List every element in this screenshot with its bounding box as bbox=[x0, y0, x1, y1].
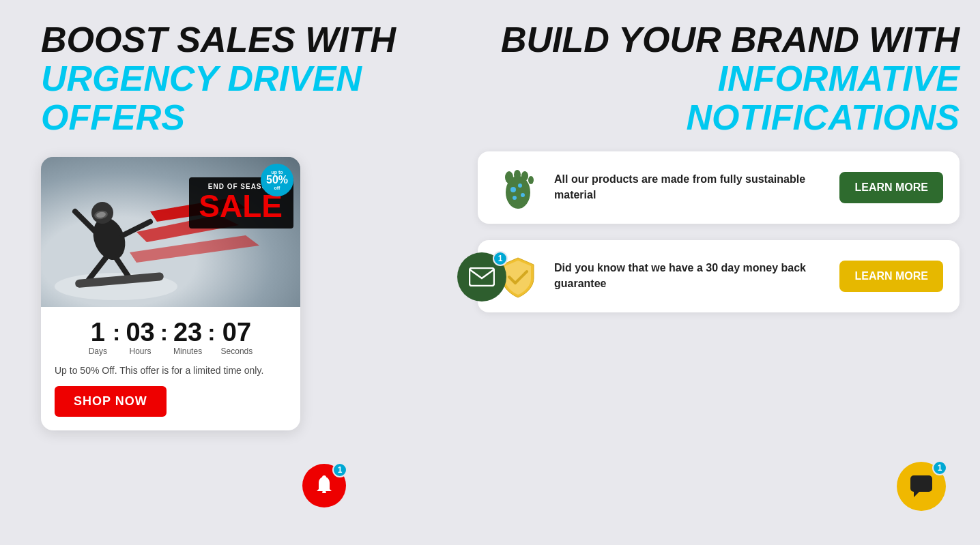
chat-badge-count: 1 bbox=[932, 460, 947, 475]
right-headline: BUILD YOUR BRAND WITH INFORMATIVE NOTIFI… bbox=[478, 20, 960, 138]
sustainable-card: All our products are made from fully sus… bbox=[478, 151, 960, 224]
seconds-value: 07 bbox=[222, 319, 251, 345]
chat-notification[interactable]: 1 bbox=[897, 462, 946, 511]
svg-point-21 bbox=[518, 183, 522, 188]
chat-circle: 1 bbox=[897, 462, 946, 511]
svg-marker-26 bbox=[914, 492, 919, 497]
shop-now-button[interactable]: SHOP NOW bbox=[55, 386, 167, 417]
sustainable-text: All our products are made from fully sus… bbox=[554, 172, 827, 203]
left-section: BOOST SALES WITH URGENCY DRIVEN OFFERS bbox=[41, 20, 423, 430]
svg-point-23 bbox=[513, 196, 517, 200]
badge-pct: 50% bbox=[266, 175, 288, 186]
email-notification[interactable]: 1 bbox=[457, 252, 506, 301]
countdown-days: 1 Days bbox=[89, 319, 107, 356]
discount-badge: up to 50% off bbox=[261, 164, 293, 196]
hours-label: Hours bbox=[130, 347, 152, 356]
bell-notification[interactable]: 1 bbox=[302, 464, 346, 507]
separator-2: : bbox=[160, 319, 168, 346]
offer-text: Up to 50% Off. This offer is for a limit… bbox=[41, 364, 300, 386]
sale-image: END OF SEASON SALE up to 50% off bbox=[41, 157, 300, 307]
footprint-icon bbox=[494, 164, 542, 211]
svg-rect-24 bbox=[470, 268, 494, 286]
svg-point-17 bbox=[514, 170, 521, 179]
days-value: 1 bbox=[91, 319, 105, 345]
minutes-value: 23 bbox=[173, 319, 202, 345]
badge-off: off bbox=[274, 186, 280, 190]
svg-point-16 bbox=[505, 171, 513, 183]
days-label: Days bbox=[89, 347, 107, 356]
svg-point-20 bbox=[510, 187, 516, 192]
bell-badge-count: 1 bbox=[332, 462, 347, 477]
svg-point-22 bbox=[521, 193, 525, 197]
learn-more-button-1[interactable]: LEARN MORE bbox=[839, 172, 943, 203]
countdown: 1 Days : 03 Hours : 23 Minutes : 07 Seco… bbox=[41, 307, 300, 364]
hours-value: 03 bbox=[126, 319, 154, 345]
svg-rect-25 bbox=[910, 475, 932, 492]
learn-more-button-2[interactable]: LEARN MORE bbox=[839, 261, 943, 292]
separator-1: : bbox=[113, 319, 120, 346]
countdown-seconds: 07 Seconds bbox=[221, 319, 253, 356]
seconds-label: Seconds bbox=[221, 347, 253, 356]
chat-icon bbox=[908, 473, 934, 499]
money-back-text: Did you know that we have a 30 day money… bbox=[554, 261, 827, 291]
separator-3: : bbox=[207, 319, 215, 346]
right-headline-line2: INFORMATIVE NOTIFICATIONS bbox=[478, 59, 960, 137]
email-badge-count: 1 bbox=[493, 251, 508, 266]
svg-point-14 bbox=[322, 475, 326, 480]
email-icon bbox=[469, 267, 495, 286]
email-circle: 1 bbox=[457, 252, 506, 301]
svg-point-19 bbox=[528, 176, 534, 184]
right-section: BUILD YOUR BRAND WITH INFORMATIVE NOTIFI… bbox=[478, 20, 960, 312]
bell-icon bbox=[313, 474, 336, 497]
left-headline-line2: URGENCY DRIVEN OFFERS bbox=[41, 59, 423, 137]
sale-card: END OF SEASON SALE up to 50% off 1 Days … bbox=[41, 157, 300, 430]
left-headline-line1: BOOST SALES WITH bbox=[41, 20, 423, 59]
right-headline-line1: BUILD YOUR BRAND WITH bbox=[478, 20, 960, 59]
svg-point-18 bbox=[521, 171, 528, 181]
minutes-label: Minutes bbox=[173, 347, 202, 356]
bell-circle: 1 bbox=[302, 464, 346, 507]
countdown-hours: 03 Hours bbox=[126, 319, 154, 356]
countdown-minutes: 23 Minutes bbox=[173, 319, 202, 356]
money-back-card: Did you know that we have a 30 day money… bbox=[478, 240, 960, 312]
svg-rect-13 bbox=[322, 491, 326, 493]
